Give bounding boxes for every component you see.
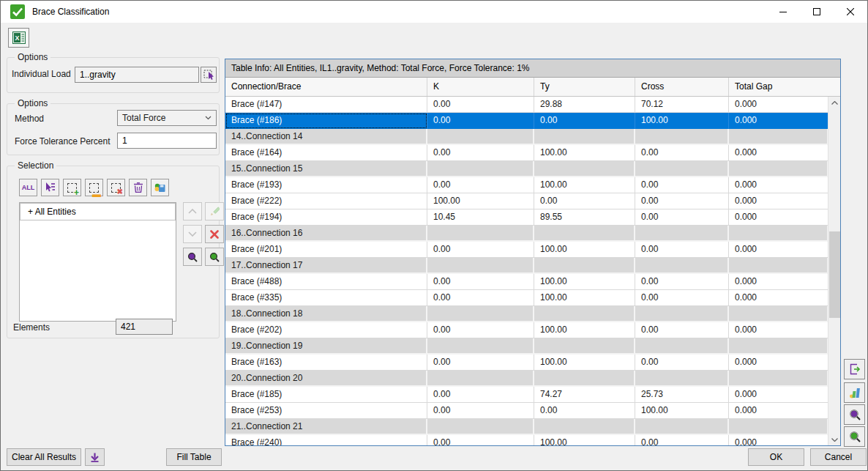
cell-k[interactable] bbox=[427, 129, 534, 145]
cell-cross[interactable]: 0.00 bbox=[635, 193, 729, 209]
entities-listbox[interactable]: + All Entities bbox=[19, 202, 176, 322]
cell-total-gap[interactable] bbox=[729, 371, 828, 387]
delete-item-button[interactable] bbox=[205, 225, 224, 243]
cell-connection-brace[interactable]: Brace (#335) bbox=[225, 290, 427, 306]
move-up-button[interactable] bbox=[183, 202, 202, 220]
cell-cross[interactable]: 0.00 bbox=[635, 177, 729, 193]
cell-ty[interactable]: 100.00 bbox=[534, 322, 635, 338]
cell-connection-brace[interactable]: Brace (#488) bbox=[225, 274, 427, 290]
cell-ty[interactable]: 100.00 bbox=[534, 290, 635, 306]
method-combobox[interactable]: Total Force bbox=[117, 110, 217, 126]
table-row[interactable]: Brace (#164) 0.00 100.00 0.00 0.000 bbox=[225, 145, 828, 161]
cancel-button[interactable]: Cancel bbox=[810, 448, 867, 466]
table-row[interactable]: Brace (#335) 0.00 100.00 0.00 0.000 bbox=[225, 290, 828, 306]
cell-cross[interactable]: 0.00 bbox=[635, 145, 729, 161]
cell-cross[interactable]: 0.00 bbox=[635, 435, 729, 446]
column-header-ty[interactable]: Ty bbox=[534, 78, 635, 96]
cell-total-gap[interactable] bbox=[729, 338, 828, 355]
cell-total-gap[interactable]: 0.000 bbox=[729, 209, 828, 226]
cell-k[interactable] bbox=[427, 338, 534, 355]
cell-connection-brace[interactable]: Brace (#202) bbox=[225, 322, 427, 338]
cell-total-gap[interactable]: 0.000 bbox=[729, 355, 828, 371]
cell-total-gap[interactable]: 0.000 bbox=[729, 435, 828, 446]
cell-k[interactable]: 0.00 bbox=[427, 145, 534, 161]
move-down-button[interactable] bbox=[183, 225, 202, 243]
cell-connection-brace[interactable]: 21..Connection 21 bbox=[225, 419, 427, 435]
cell-ty[interactable]: 100.00 bbox=[534, 177, 635, 193]
cell-k[interactable]: 0.00 bbox=[427, 274, 534, 290]
cell-total-gap[interactable]: 0.000 bbox=[729, 242, 828, 258]
cell-k[interactable] bbox=[427, 258, 534, 274]
cell-connection-brace[interactable]: Brace (#164) bbox=[225, 145, 427, 161]
table-row[interactable]: 19..Connection 19 bbox=[225, 338, 828, 355]
cell-k[interactable] bbox=[427, 226, 534, 242]
cell-connection-brace[interactable]: Brace (#147) bbox=[225, 97, 427, 113]
cell-total-gap[interactable]: 0.000 bbox=[729, 290, 828, 306]
cell-cross[interactable] bbox=[635, 161, 729, 177]
cell-ty[interactable]: 100.00 bbox=[534, 355, 635, 371]
cell-cross[interactable] bbox=[635, 129, 729, 145]
cell-k[interactable]: 0.00 bbox=[427, 403, 534, 419]
select-add-button[interactable]: + bbox=[63, 179, 81, 196]
chart-button[interactable] bbox=[844, 382, 865, 403]
close-button[interactable] bbox=[834, 1, 867, 23]
scroll-up-button[interactable] bbox=[828, 97, 841, 109]
select-from-list-button[interactable] bbox=[41, 179, 59, 196]
cell-connection-brace[interactable]: Brace (#185) bbox=[225, 387, 427, 403]
cell-k[interactable]: 0.00 bbox=[427, 242, 534, 258]
table-row[interactable]: 20..Connection 20 bbox=[225, 371, 828, 387]
scroll-down-button[interactable] bbox=[828, 434, 841, 446]
cell-ty[interactable] bbox=[534, 371, 635, 387]
cell-connection-brace[interactable]: Brace (#222) bbox=[225, 193, 427, 209]
cell-ty[interactable]: 100.00 bbox=[534, 242, 635, 258]
cell-connection-brace[interactable]: Brace (#163) bbox=[225, 355, 427, 371]
cell-cross[interactable]: 25.73 bbox=[635, 387, 729, 403]
import-results-button[interactable] bbox=[85, 448, 105, 466]
zoom-selection-button[interactable] bbox=[183, 248, 202, 266]
cell-cross[interactable]: 100.00 bbox=[635, 113, 729, 129]
cell-connection-brace[interactable]: 14..Connection 14 bbox=[225, 129, 427, 145]
scrollbar-thumb[interactable] bbox=[829, 231, 840, 318]
cell-connection-brace[interactable]: 16..Connection 16 bbox=[225, 226, 427, 242]
select-remove-button[interactable]: ✖ bbox=[107, 179, 125, 196]
cell-cross[interactable] bbox=[635, 371, 729, 387]
cell-cross[interactable]: 0.00 bbox=[635, 274, 729, 290]
cell-connection-brace[interactable]: 19..Connection 19 bbox=[225, 338, 427, 355]
cell-connection-brace[interactable]: Brace (#194) bbox=[225, 209, 427, 226]
export-table-button[interactable] bbox=[844, 359, 865, 379]
cell-k[interactable]: 0.00 bbox=[427, 113, 534, 129]
cell-ty[interactable]: 89.55 bbox=[534, 209, 635, 226]
cell-cross[interactable] bbox=[635, 258, 729, 274]
table-row[interactable]: Brace (#193) 0.00 100.00 0.00 0.000 bbox=[225, 177, 828, 193]
cell-total-gap[interactable]: 0.000 bbox=[729, 97, 828, 113]
table-row[interactable]: 21..Connection 21 bbox=[225, 419, 828, 435]
zoom-all-button[interactable] bbox=[205, 248, 224, 266]
cell-connection-brace[interactable]: Brace (#186) bbox=[225, 113, 427, 129]
cell-k[interactable]: 0.00 bbox=[427, 387, 534, 403]
list-item-all-entities[interactable]: + All Entities bbox=[20, 203, 176, 220]
cell-cross[interactable]: 0.00 bbox=[635, 209, 729, 226]
cell-ty[interactable]: 100.00 bbox=[534, 145, 635, 161]
column-header-total-gap[interactable]: Total Gap bbox=[729, 78, 840, 96]
cell-cross[interactable]: 70.12 bbox=[635, 97, 729, 113]
cell-connection-brace[interactable]: Brace (#201) bbox=[225, 242, 427, 258]
cell-ty[interactable] bbox=[534, 226, 635, 242]
zoom-purple-button[interactable] bbox=[844, 404, 865, 425]
cell-cross[interactable]: 0.00 bbox=[635, 242, 729, 258]
cell-k[interactable]: 0.00 bbox=[427, 322, 534, 338]
fill-table-button[interactable]: Fill Table bbox=[166, 448, 222, 466]
table-row[interactable]: Brace (#488) 0.00 100.00 0.00 0.000 bbox=[225, 274, 828, 290]
cell-k[interactable]: 10.45 bbox=[427, 209, 534, 226]
select-all-button[interactable]: ALL bbox=[19, 179, 37, 196]
cell-total-gap[interactable]: 0.000 bbox=[729, 387, 828, 403]
cell-connection-brace[interactable]: Brace (#253) bbox=[225, 403, 427, 419]
table-row[interactable]: Brace (#194) 10.45 89.55 0.00 0.000 bbox=[225, 209, 828, 226]
save-selection-button[interactable] bbox=[151, 179, 169, 196]
cell-ty[interactable] bbox=[534, 306, 635, 322]
ok-button[interactable]: OK bbox=[748, 448, 804, 466]
cell-ty[interactable] bbox=[534, 129, 635, 145]
cell-total-gap[interactable]: 0.000 bbox=[729, 145, 828, 161]
cell-cross[interactable] bbox=[635, 338, 729, 355]
maximize-button[interactable] bbox=[800, 1, 834, 23]
cell-ty[interactable]: 100.00 bbox=[534, 274, 635, 290]
